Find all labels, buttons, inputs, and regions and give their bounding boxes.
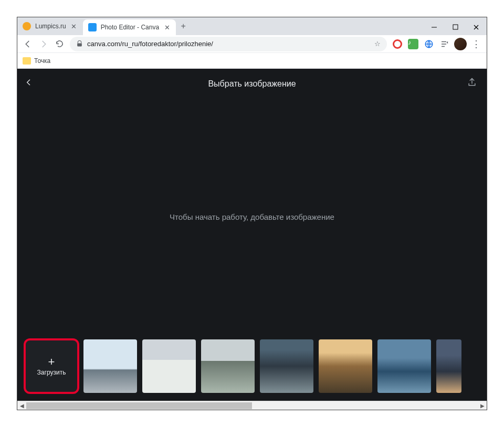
tab-canva[interactable]: Photo Editor - Canva ✕: [83, 19, 176, 35]
favicon-canva: [88, 23, 97, 31]
minimize-button[interactable]: [424, 20, 445, 35]
chevron-left-icon: [25, 78, 33, 87]
app-back-button[interactable]: [25, 78, 33, 87]
globe-icon: [424, 39, 434, 49]
close-icon[interactable]: ✕: [163, 24, 171, 31]
arrow-left-icon: [23, 39, 33, 49]
thumbnail-sample-beach[interactable]: [83, 339, 137, 393]
maximize-icon: [453, 24, 458, 30]
maximize-button[interactable]: [445, 20, 466, 35]
upload-label: Загрузить: [37, 369, 66, 376]
extension-music[interactable]: ♪: [406, 37, 421, 51]
app-header: Выбрать изображение: [17, 69, 487, 99]
bookmark-item[interactable]: Точка: [23, 57, 50, 65]
titlebar: Lumpics.ru ✕ Photo Editor - Canva ✕ +: [17, 17, 487, 35]
thumbnail-sample-city-clouds[interactable]: [142, 339, 196, 393]
kebab-menu[interactable]: ⋮: [469, 37, 484, 51]
reload-button[interactable]: [52, 37, 67, 51]
reading-list-icon[interactable]: [437, 37, 452, 51]
extension-opera[interactable]: [390, 37, 405, 51]
placeholder-text: Чтобы начать работу, добавьте изображени…: [170, 212, 334, 221]
upload-button[interactable]: + Загрузить: [25, 339, 78, 393]
favicon-lumpics: [23, 22, 31, 30]
bookmarks-bar: Точка: [17, 53, 487, 69]
horizontal-scrollbar[interactable]: ◀ ▶: [17, 401, 487, 410]
svg-rect-1: [453, 25, 458, 29]
back-button[interactable]: [20, 37, 35, 51]
scroll-right-arrow[interactable]: ▶: [478, 401, 487, 410]
close-window-button[interactable]: [466, 20, 487, 35]
page-title: Выбрать изображение: [208, 79, 296, 89]
new-tab-button[interactable]: +: [176, 19, 191, 34]
thumbnail-sample-portrait[interactable]: [436, 339, 461, 393]
bookmark-label: Точка: [34, 57, 50, 65]
share-icon: [467, 77, 477, 88]
scroll-left-arrow[interactable]: ◀: [17, 401, 26, 410]
canvas-area: Чтобы начать работу, добавьте изображени…: [17, 99, 487, 335]
close-icon[interactable]: ✕: [70, 23, 78, 30]
lock-icon: [76, 40, 83, 47]
folder-icon: [23, 57, 31, 65]
plus-icon: +: [48, 356, 55, 368]
scroll-track[interactable]: [26, 401, 478, 410]
arrow-right-icon: [39, 39, 48, 49]
url-text: canva.com/ru_ru/fotoredaktor/prilozhenie…: [87, 40, 370, 48]
tab-title: Photo Editor - Canva: [101, 24, 159, 31]
address-bar: canva.com/ru_ru/fotoredaktor/prilozhenie…: [17, 35, 487, 53]
reload-icon: [55, 39, 64, 48]
svg-rect-4: [77, 43, 82, 46]
avatar-icon: [454, 38, 467, 50]
thumbnail-sample-field[interactable]: [201, 339, 255, 393]
image-tray: + Загрузить: [17, 335, 487, 401]
thumbnail-sample-mountain-lake[interactable]: [260, 339, 313, 393]
browser-window: Lumpics.ru ✕ Photo Editor - Canva ✕ +: [17, 17, 487, 410]
scroll-thumb[interactable]: [26, 402, 252, 409]
omnibox[interactable]: canva.com/ru_ru/fotoredaktor/prilozhenie…: [70, 37, 387, 51]
share-button[interactable]: [467, 77, 477, 88]
forward-button[interactable]: [36, 37, 51, 51]
app-content: Выбрать изображение Чтобы начать работу,…: [17, 69, 487, 410]
window-controls: [424, 17, 487, 35]
extension-globe[interactable]: [422, 37, 436, 51]
star-icon[interactable]: ☆: [374, 40, 381, 48]
tab-lumpics[interactable]: Lumpics.ru ✕: [17, 17, 83, 35]
thumbnail-sample-desert-road[interactable]: [319, 339, 372, 393]
list-icon: [440, 39, 449, 49]
tab-title: Lumpics.ru: [35, 23, 66, 30]
thumbnail-sample-surf[interactable]: [377, 339, 431, 393]
profile-avatar[interactable]: [453, 37, 468, 51]
minimize-icon: [431, 24, 437, 30]
close-icon: [473, 24, 479, 30]
